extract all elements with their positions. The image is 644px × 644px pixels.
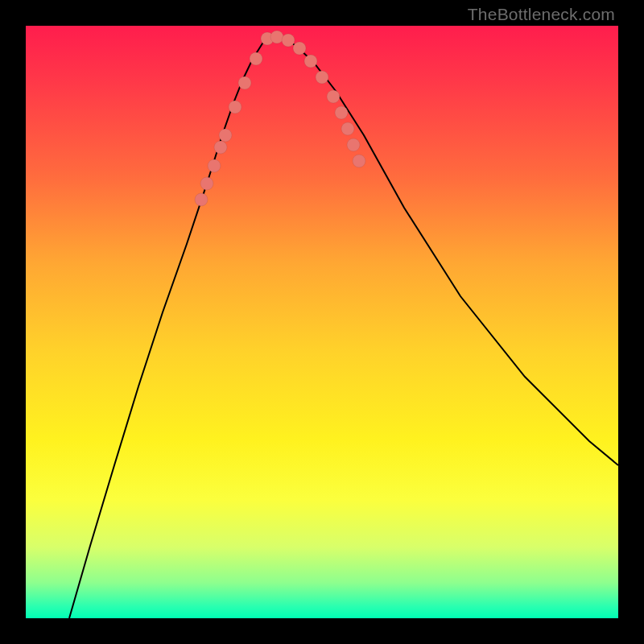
marker-dot bbox=[327, 90, 340, 103]
chart-frame: TheBottleneck.com bbox=[0, 0, 644, 644]
marker-dot bbox=[238, 76, 251, 89]
marker-dot bbox=[219, 129, 232, 142]
marker-dot bbox=[214, 141, 227, 154]
chart-svg bbox=[26, 26, 618, 618]
marker-dot bbox=[304, 55, 317, 68]
marker-dot bbox=[353, 155, 365, 167]
marker-dot bbox=[335, 106, 348, 119]
marker-dot bbox=[270, 31, 283, 43]
watermark-text: TheBottleneck.com bbox=[468, 5, 615, 24]
dots-group bbox=[195, 31, 365, 206]
marker-dot bbox=[250, 52, 262, 65]
marker-dot bbox=[341, 122, 354, 135]
marker-dot bbox=[293, 42, 306, 55]
marker-dot bbox=[195, 193, 208, 206]
marker-dot bbox=[282, 34, 295, 47]
right-curve bbox=[267, 37, 618, 465]
marker-dot bbox=[208, 159, 221, 172]
left-curve bbox=[69, 37, 267, 618]
marker-dot bbox=[200, 177, 213, 190]
marker-dot bbox=[316, 71, 328, 84]
marker-dot bbox=[347, 138, 360, 151]
marker-dot bbox=[229, 101, 242, 114]
plot-area bbox=[26, 26, 618, 618]
